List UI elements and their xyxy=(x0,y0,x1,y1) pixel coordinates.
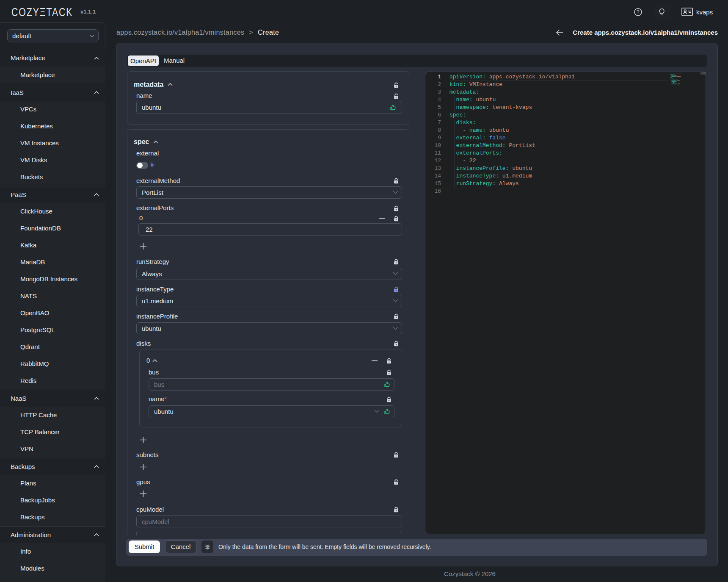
svg-text:?: ? xyxy=(637,9,639,14)
